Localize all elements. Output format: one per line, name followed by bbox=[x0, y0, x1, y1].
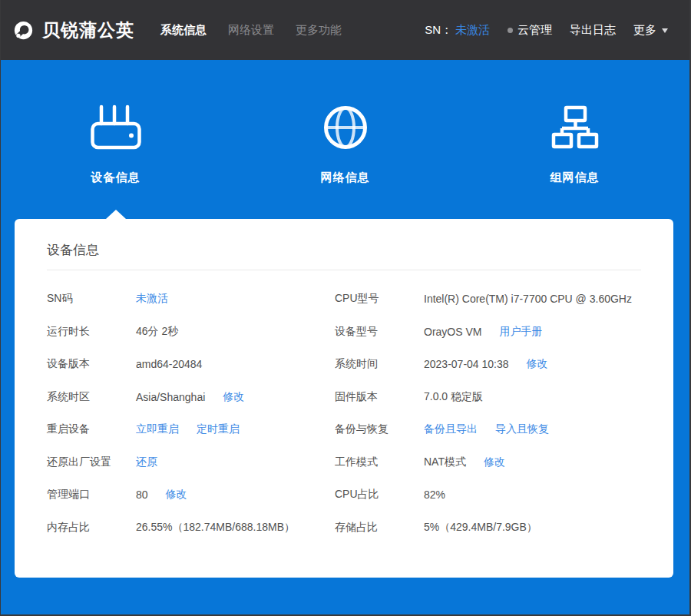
export-log-link[interactable]: 导出日志 bbox=[570, 23, 616, 38]
field-value: NAT模式 bbox=[424, 455, 466, 469]
info-row: 重启设备立即重启定时重启备份与恢复备份且导出导入且恢复 bbox=[47, 413, 641, 446]
action-link[interactable]: 修改 bbox=[223, 390, 244, 404]
cloud-status-dot-icon bbox=[508, 28, 513, 33]
field-content: OrayOS VM用户手册 bbox=[424, 325, 542, 339]
field-content: 26.55%（182.74MB/688.18MB） bbox=[136, 521, 295, 535]
info-cell: 运行时长46分 2秒 bbox=[47, 325, 335, 339]
chevron-down-icon bbox=[662, 28, 668, 33]
brand: 贝锐蒲公英 bbox=[12, 18, 134, 42]
globe-icon bbox=[322, 103, 369, 152]
info-cell: CPU占比82% bbox=[335, 488, 641, 502]
field-label: 重启设备 bbox=[47, 422, 136, 436]
info-cell: CPU型号Intel(R) Core(TM) i7-7700 CPU @ 3.6… bbox=[335, 292, 641, 306]
tab-networking-info[interactable]: 组网信息 bbox=[460, 103, 689, 185]
info-cell: 系统时区Asia/Shanghai修改 bbox=[47, 390, 335, 404]
field-value: 7.0.0 稳定版 bbox=[424, 390, 483, 404]
field-content: Asia/Shanghai修改 bbox=[136, 390, 244, 404]
tab-device-info[interactable]: 设备信息 bbox=[1, 103, 230, 185]
info-row: 还原出厂设置还原工作模式NAT模式修改 bbox=[47, 446, 641, 479]
info-table: SN码未激活CPU型号Intel(R) Core(TM) i7-7700 CPU… bbox=[15, 270, 673, 544]
info-cell: 还原出厂设置还原 bbox=[47, 455, 335, 469]
field-content: 7.0.0 稳定版 bbox=[424, 390, 483, 404]
card-title: 设备信息 bbox=[47, 219, 641, 270]
action-link[interactable]: 修改 bbox=[527, 357, 548, 371]
info-row: 设备版本amd64-20484系统时间2023-07-04 10:38修改 bbox=[47, 348, 641, 381]
field-label: 存储占比 bbox=[335, 521, 424, 535]
field-value: OrayOS VM bbox=[424, 326, 481, 338]
field-label: 还原出厂设置 bbox=[47, 455, 136, 469]
oray-logo-icon bbox=[12, 18, 35, 42]
field-value: 26.55%（182.74MB/688.18MB） bbox=[136, 521, 295, 535]
field-content: 82% bbox=[424, 488, 445, 501]
header-right: SN： 未激活 云管理 导出日志 更多 bbox=[425, 23, 668, 38]
field-value: 5%（429.4MB/7.9GB） bbox=[424, 521, 537, 535]
action-link[interactable]: 修改 bbox=[166, 488, 187, 502]
field-content: 备份且导出导入且恢复 bbox=[424, 422, 549, 436]
action-link[interactable]: 立即重启 bbox=[136, 422, 179, 436]
brand-name: 贝锐蒲公英 bbox=[42, 18, 134, 42]
sn-status: SN： 未激活 bbox=[425, 23, 490, 38]
info-row: 管理端口80修改CPU占比82% bbox=[47, 479, 641, 512]
tab-network-info[interactable]: 网络信息 bbox=[230, 103, 460, 185]
more-menu[interactable]: 更多 bbox=[633, 23, 668, 38]
app-window: 贝锐蒲公英 系统信息 网络设置 更多功能 SN： 未激活 云管理 导出日志 更多 bbox=[0, 0, 691, 616]
info-cell: 设备型号OrayOS VM用户手册 bbox=[335, 325, 641, 339]
info-tabs: 设备信息 网络信息 bbox=[1, 60, 689, 185]
action-link[interactable]: 未激活 bbox=[136, 292, 168, 306]
field-label: 系统时区 bbox=[47, 390, 136, 404]
device-info-card: 设备信息 SN码未激活CPU型号Intel(R) Core(TM) i7-770… bbox=[15, 219, 673, 578]
info-cell: 设备版本amd64-20484 bbox=[47, 357, 335, 371]
info-cell: 内存占比26.55%（182.74MB/688.18MB） bbox=[47, 521, 335, 535]
field-content: 46分 2秒 bbox=[136, 325, 178, 339]
main-nav: 系统信息 网络设置 更多功能 bbox=[160, 23, 342, 38]
field-value: 80 bbox=[136, 488, 148, 501]
action-link[interactable]: 备份且导出 bbox=[424, 422, 478, 436]
top-header: 贝锐蒲公英 系统信息 网络设置 更多功能 SN： 未激活 云管理 导出日志 更多 bbox=[1, 0, 689, 60]
field-value: amd64-20484 bbox=[136, 358, 202, 370]
sn-activate-link[interactable]: 未激活 bbox=[455, 23, 490, 38]
action-link[interactable]: 定时重启 bbox=[197, 422, 240, 436]
field-label: 内存占比 bbox=[47, 521, 136, 535]
field-label: 系统时间 bbox=[335, 357, 424, 371]
field-content: 未激活 bbox=[136, 292, 168, 306]
field-label: 设备版本 bbox=[47, 357, 136, 371]
field-label: CPU型号 bbox=[335, 292, 424, 306]
field-label: 工作模式 bbox=[335, 455, 424, 469]
field-content: NAT模式修改 bbox=[424, 455, 505, 469]
tab-label: 设备信息 bbox=[91, 171, 141, 185]
field-value: Asia/Shanghai bbox=[136, 391, 205, 403]
sn-label: SN： bbox=[425, 23, 452, 38]
field-label: 备份与恢复 bbox=[335, 422, 424, 436]
info-cell: 固件版本7.0.0 稳定版 bbox=[335, 390, 641, 404]
field-content: 5%（429.4MB/7.9GB） bbox=[424, 521, 537, 535]
action-link[interactable]: 还原 bbox=[136, 455, 157, 469]
action-link[interactable]: 导入且恢复 bbox=[495, 422, 549, 436]
nav-system-info[interactable]: 系统信息 bbox=[160, 23, 207, 38]
info-cell: 重启设备立即重启定时重启 bbox=[47, 422, 335, 436]
info-cell: 管理端口80修改 bbox=[47, 488, 335, 502]
info-row: SN码未激活CPU型号Intel(R) Core(TM) i7-7700 CPU… bbox=[47, 283, 641, 316]
cloud-label: 云管理 bbox=[517, 23, 552, 38]
field-value: 2023-07-04 10:38 bbox=[424, 358, 509, 370]
nav-more-features[interactable]: 更多功能 bbox=[296, 23, 342, 38]
more-label: 更多 bbox=[633, 23, 656, 38]
content-area: 设备信息 网络信息 bbox=[1, 60, 689, 614]
action-link[interactable]: 修改 bbox=[484, 455, 505, 469]
cloud-management-link[interactable]: 云管理 bbox=[508, 23, 552, 38]
field-label: SN码 bbox=[47, 292, 136, 306]
field-content: 2023-07-04 10:38修改 bbox=[424, 357, 548, 371]
field-content: Intel(R) Core(TM) i7-7700 CPU @ 3.60GHz bbox=[424, 293, 632, 305]
info-cell: 工作模式NAT模式修改 bbox=[335, 455, 641, 469]
field-value: Intel(R) Core(TM) i7-7700 CPU @ 3.60GHz bbox=[424, 293, 632, 305]
field-content: 立即重启定时重启 bbox=[136, 422, 240, 436]
field-content: 还原 bbox=[136, 455, 157, 469]
nav-network-settings[interactable]: 网络设置 bbox=[228, 23, 274, 38]
field-content: amd64-20484 bbox=[136, 358, 202, 370]
action-link[interactable]: 用户手册 bbox=[499, 325, 542, 339]
info-row: 内存占比26.55%（182.74MB/688.18MB）存储占比5%（429.… bbox=[47, 512, 641, 545]
info-cell: SN码未激活 bbox=[47, 292, 335, 306]
info-cell: 备份与恢复备份且导出导入且恢复 bbox=[335, 422, 641, 436]
field-label: CPU占比 bbox=[335, 488, 424, 502]
info-row: 运行时长46分 2秒设备型号OrayOS VM用户手册 bbox=[47, 316, 641, 349]
tab-label: 网络信息 bbox=[321, 171, 370, 185]
